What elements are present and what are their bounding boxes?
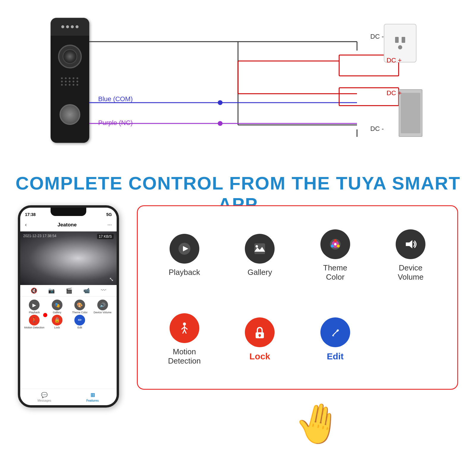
- svg-rect-19: [254, 243, 265, 254]
- blue-wire-label: Blue (COM): [98, 95, 133, 103]
- app-gallery-label: Gallery: [53, 311, 61, 314]
- app-motion-icon: 🚶: [29, 315, 40, 325]
- svg-point-27: [334, 243, 336, 245]
- nav-features[interactable]: ⊞ Features: [68, 389, 117, 405]
- app-playback-label: Playback: [29, 311, 40, 314]
- svg-point-24: [334, 239, 337, 242]
- phone-bottom-nav: 💬 Messages ⊞ Features: [20, 389, 117, 405]
- nav-features-label: Features: [86, 399, 99, 402]
- electric-lock: [399, 89, 422, 137]
- bottom-section: 17:38 5G ‹ Jeatone ··· 2021-12-23 17:38:…: [18, 205, 458, 464]
- app-motion[interactable]: 🚶 Motion Detection: [23, 315, 46, 329]
- device-volume-icon: [396, 229, 425, 259]
- app-gallery[interactable]: 🎭 Gallery: [46, 300, 68, 314]
- edit-label: Edit: [327, 351, 344, 361]
- app-lock-label: Lock: [54, 326, 60, 329]
- gallery-label: Gallery: [248, 268, 272, 277]
- phone-mockup: 17:38 5G ‹ Jeatone ··· 2021-12-23 17:38:…: [18, 205, 119, 408]
- camera-record-icon[interactable]: 📹: [83, 287, 90, 294]
- nav-messages-label: Messages: [37, 399, 51, 402]
- wave-icon[interactable]: 〰: [101, 287, 106, 294]
- back-icon[interactable]: ‹: [25, 222, 27, 228]
- phone-time: 17:38: [25, 212, 36, 217]
- video-speed: 17 KB/S: [97, 234, 114, 239]
- svg-line-34: [184, 330, 186, 333]
- video-timestamp: 2021-12-23 17:38:54: [23, 234, 56, 238]
- app-theme[interactable]: 🎨 Theme Color: [69, 300, 91, 314]
- video-record-icon[interactable]: 🎬: [66, 287, 72, 294]
- app-volume-label: Device Volume: [94, 311, 112, 314]
- app-theme-icon: 🎨: [74, 300, 85, 310]
- device-volume-label: DeviceVolume: [398, 263, 424, 282]
- svg-point-29: [183, 322, 186, 325]
- messages-icon: 💬: [41, 392, 48, 398]
- notification-dot: [43, 313, 47, 317]
- app-edit[interactable]: ✏ Edit: [69, 315, 91, 329]
- phone-icons-row: 🔇 📷 🎬 📹 〰: [20, 285, 117, 297]
- feature-playback[interactable]: Playback: [150, 218, 219, 293]
- more-icon[interactable]: ···: [107, 222, 112, 228]
- feature-device-volume[interactable]: DeviceVolume: [376, 218, 446, 293]
- dc-plus-mid-label: DC +: [386, 89, 402, 97]
- feature-edit[interactable]: Edit: [300, 302, 370, 377]
- app-edit-label: Edit: [77, 326, 82, 329]
- motion-detection-label: MotionDetection: [168, 347, 201, 366]
- edit-icon: [320, 317, 350, 347]
- app-playback-icon: ▶: [29, 300, 40, 310]
- nav-messages[interactable]: 💬 Messages: [20, 389, 68, 405]
- phone-screen: 17:38 5G ‹ Jeatone ··· 2021-12-23 17:38:…: [20, 208, 117, 405]
- dc-minus-bot-label: DC -: [370, 125, 384, 133]
- feature-panel: Playback Gallery ThemeColor DeviceVolume: [137, 205, 458, 390]
- app-lock-icon: 🔒: [52, 315, 62, 325]
- svg-point-26: [331, 245, 334, 248]
- purple-wire-label: Purple (NC): [98, 119, 133, 127]
- svg-point-25: [337, 245, 340, 248]
- phone-video-area: 2021-12-23 17:38:54 17 KB/S ⤡: [20, 231, 117, 285]
- app-motion-label: Motion Detection: [24, 326, 44, 329]
- dc-minus-top-label: DC -: [370, 33, 384, 40]
- feature-motion-detection[interactable]: MotionDetection: [150, 302, 219, 377]
- app-volume-icon: 🔊: [97, 300, 108, 310]
- mute-icon[interactable]: 🔇: [31, 287, 37, 294]
- app-volume[interactable]: 🔊 Device Volume: [92, 300, 114, 314]
- app-lock[interactable]: 🔒 Lock: [46, 315, 68, 329]
- svg-marker-28: [406, 240, 412, 248]
- phone-signal: 5G: [106, 212, 112, 217]
- lock-icon: [245, 317, 275, 347]
- feature-gallery[interactable]: Gallery: [225, 218, 295, 293]
- svg-rect-37: [259, 335, 260, 337]
- phone-apps-grid: ▶ Playback 🎭 Gallery 🎨 Theme Color 🔊 Dev…: [20, 297, 117, 331]
- feature-theme-color[interactable]: ThemeColor: [300, 218, 370, 293]
- app-gallery-icon: 🎭: [52, 300, 62, 310]
- feature-lock[interactable]: Lock: [225, 302, 295, 377]
- screenshot-icon[interactable]: 📷: [48, 287, 55, 294]
- svg-line-33: [183, 330, 184, 333]
- svg-point-21: [256, 245, 258, 248]
- motion-detection-icon: [170, 313, 199, 343]
- theme-color-icon: [320, 229, 350, 259]
- phone-notch: [51, 208, 86, 216]
- app-playback[interactable]: ▶ Playback: [23, 300, 46, 314]
- app-motion-wrapper: 🚶 Motion Detection: [23, 315, 46, 329]
- playback-icon: [170, 234, 199, 264]
- app-edit-icon: ✏: [74, 315, 85, 325]
- expand-icon[interactable]: ⤡: [109, 276, 114, 283]
- playback-label: Playback: [169, 268, 200, 277]
- app-title: Jeatone: [57, 222, 76, 228]
- gallery-icon: [245, 234, 275, 264]
- dc-plus-top-label: DC +: [386, 57, 402, 64]
- app-theme-label: Theme Color: [72, 311, 87, 314]
- theme-color-label: ThemeColor: [323, 263, 347, 282]
- wiring-diagram: DC - DC + DC + DC - Blue (COM) Purple (N…: [0, 12, 476, 161]
- phone-app-header: ‹ Jeatone ···: [20, 218, 117, 231]
- features-icon: ⊞: [90, 392, 95, 398]
- lock-label: Lock: [249, 351, 270, 361]
